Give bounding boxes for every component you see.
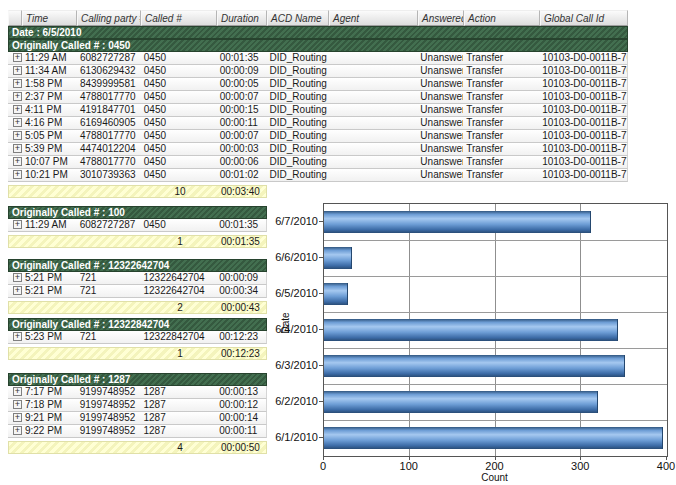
summary-duration: 00:01:35 bbox=[218, 236, 268, 248]
col-header-calling-party-: Calling party # bbox=[77, 10, 141, 26]
expand-cell: + bbox=[8, 65, 22, 77]
expand-cell: + bbox=[8, 104, 22, 116]
expand-icon[interactable]: + bbox=[13, 426, 22, 435]
cell-global-id: 10103-D0-0011B-77F bbox=[539, 169, 627, 181]
y-tick-label: 6/6/2010 bbox=[272, 251, 318, 263]
cell-global-id: 10103-D0-0011B-778 bbox=[539, 143, 627, 155]
expand-icon[interactable]: + bbox=[13, 118, 22, 127]
col-header-duration: Duration bbox=[217, 10, 267, 26]
expand-icon[interactable]: + bbox=[13, 79, 22, 88]
y-tick-label: 6/2/2010 bbox=[272, 395, 318, 407]
cell-duration: 00:00:34 bbox=[216, 285, 266, 297]
group-header: Originally Called # : 100 bbox=[8, 206, 267, 219]
expand-icon[interactable]: + bbox=[13, 170, 22, 179]
expand-icon[interactable]: + bbox=[13, 332, 22, 341]
cell-time: 11:29 AM bbox=[22, 52, 77, 64]
expand-icon[interactable]: + bbox=[13, 157, 22, 166]
x-tick-label: 0 bbox=[320, 460, 326, 472]
y-gridline bbox=[324, 348, 667, 349]
y-gridline bbox=[324, 384, 667, 385]
cell-answered: Unanswered bbox=[417, 143, 463, 155]
expand-icon[interactable]: + bbox=[13, 413, 22, 422]
group-header: Originally Called # : 0450 bbox=[8, 39, 628, 52]
cell-calling: 3010739363 bbox=[77, 169, 141, 181]
cell-calling: 6130629432 bbox=[77, 65, 141, 77]
expand-icon[interactable]: + bbox=[13, 400, 22, 409]
cell-duration: 00:00:09 bbox=[217, 65, 267, 77]
summary-duration: 00:00:43 bbox=[218, 302, 268, 314]
table-row: +10:21 PM3010739363045000:01:02DID_Routi… bbox=[8, 169, 628, 182]
cell-duration: 00:00:12 bbox=[216, 399, 266, 411]
expand-icon[interactable]: + bbox=[13, 387, 22, 396]
expand-cell: + bbox=[8, 169, 22, 181]
cell-agent bbox=[328, 78, 417, 90]
expand-cell: + bbox=[8, 412, 22, 424]
x-axis-title: Count bbox=[323, 472, 666, 483]
cell-duration: 00:01:35 bbox=[216, 219, 266, 231]
cell-duration: 00:00:11 bbox=[216, 425, 266, 437]
cell-time: 1:58 PM bbox=[22, 78, 77, 90]
cell-duration: 00:00:15 bbox=[217, 104, 267, 116]
table-row: +5:21 PM7211232264270400:00:34 bbox=[8, 285, 267, 298]
summary-duration: 00:12:23 bbox=[218, 348, 268, 360]
bar-6-1-2010 bbox=[324, 427, 663, 449]
expand-icon[interactable]: + bbox=[13, 131, 22, 140]
expand-icon[interactable]: + bbox=[13, 144, 22, 153]
group-header: Originally Called # : 12322642704 bbox=[8, 259, 267, 272]
expand-cell: + bbox=[8, 130, 22, 142]
cell-time: 5:39 PM bbox=[22, 143, 77, 155]
group-summary: 400:00:50 bbox=[8, 441, 267, 454]
cell-time: 5:21 PM bbox=[22, 285, 77, 297]
cell-duration: 00:00:05 bbox=[217, 78, 267, 90]
expand-cell: + bbox=[8, 285, 22, 297]
table-row: +11:29 AM6082727287045000:01:35 bbox=[8, 219, 267, 232]
y-tick-label: 6/7/2010 bbox=[272, 215, 318, 227]
cell-duration: 00:00:03 bbox=[217, 143, 267, 155]
cell-calling: 4788017770 bbox=[77, 91, 141, 103]
cell-duration: 00:12:23 bbox=[216, 331, 266, 343]
calls-by-date-chart: 01002003004006/7/20106/6/20106/5/20106/4… bbox=[270, 196, 676, 485]
cell-acd: DID_Routing bbox=[267, 117, 329, 129]
cell-time: 2:37 PM bbox=[22, 91, 77, 103]
cell-calling: 721 bbox=[77, 272, 141, 284]
col-header-time: Time bbox=[22, 10, 77, 26]
cell-calling: 9199748952 bbox=[77, 425, 141, 437]
y-axis-tick bbox=[319, 221, 323, 222]
cell-action: Transfer bbox=[463, 143, 539, 155]
summary-count: 1 bbox=[142, 236, 218, 248]
y-gridline bbox=[324, 240, 667, 241]
expand-icon[interactable]: + bbox=[13, 53, 22, 62]
y-axis-tick bbox=[319, 257, 323, 258]
cell-global-id: 10103-D0-0011B-771 bbox=[539, 91, 627, 103]
table-row: +7:17 PM9199748952128700:00:13 bbox=[8, 386, 267, 399]
cell-time: 4:11 PM bbox=[22, 104, 77, 116]
cell-time: 5:05 PM bbox=[22, 130, 77, 142]
cell-duration: 00:00:07 bbox=[217, 91, 267, 103]
cell-called: 0450 bbox=[141, 130, 217, 142]
cell-acd: DID_Routing bbox=[267, 130, 329, 142]
expand-icon[interactable]: + bbox=[13, 220, 22, 229]
table-row: +9:21 PM9199748952128700:00:14 bbox=[8, 412, 267, 425]
cell-action: Transfer bbox=[463, 156, 539, 168]
expand-icon[interactable]: + bbox=[13, 66, 22, 75]
cell-global-id: 10103-D0-0011B-76F bbox=[539, 65, 627, 77]
expand-icon[interactable]: + bbox=[13, 286, 22, 295]
expand-icon[interactable]: + bbox=[13, 273, 22, 282]
expand-cell: + bbox=[8, 399, 22, 411]
cell-called: 12322642704 bbox=[140, 272, 216, 284]
cell-called: 0450 bbox=[141, 65, 217, 77]
y-axis-tick bbox=[319, 293, 323, 294]
expand-cell: + bbox=[8, 78, 22, 90]
bar-6-3-2010 bbox=[324, 355, 625, 377]
expand-cell: + bbox=[8, 91, 22, 103]
cell-duration: 00:00:07 bbox=[217, 130, 267, 142]
y-axis-title: Date bbox=[280, 303, 292, 343]
cell-called: 1287 bbox=[140, 386, 216, 398]
expand-icon[interactable]: + bbox=[13, 92, 22, 101]
expand-icon[interactable]: + bbox=[13, 105, 22, 114]
y-axis-tick bbox=[319, 437, 323, 438]
cell-action: Transfer bbox=[463, 169, 539, 181]
col-header-agent: Agent bbox=[329, 10, 418, 26]
summary-count: 2 bbox=[142, 302, 218, 314]
cell-duration: 00:00:09 bbox=[216, 272, 266, 284]
